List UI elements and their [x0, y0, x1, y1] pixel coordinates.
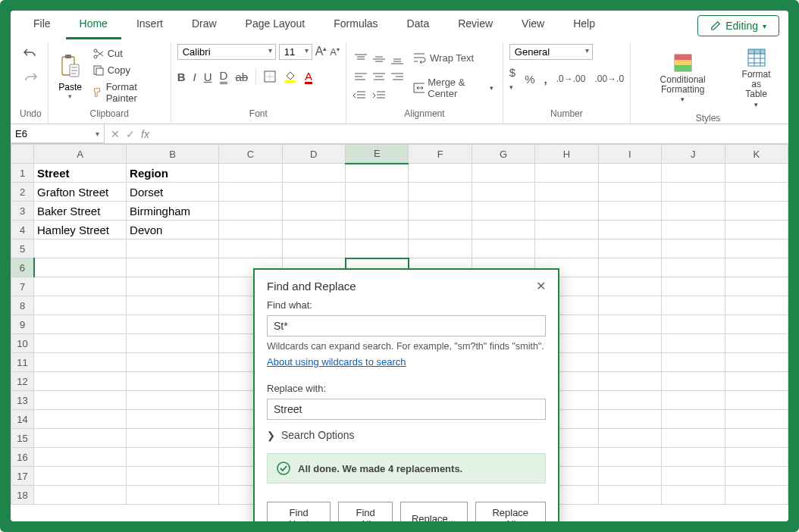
cell-G2[interactable]	[472, 183, 534, 202]
cell-J12[interactable]	[662, 372, 725, 391]
row-header-17[interactable]: 17	[11, 467, 34, 486]
comma-format-button[interactable]: ,	[544, 73, 547, 86]
format-as-table-button[interactable]: Format as Table▾	[733, 44, 779, 111]
cell-I1[interactable]	[598, 164, 661, 183]
cell-C1[interactable]	[219, 164, 282, 183]
cell-B17[interactable]	[127, 467, 219, 486]
column-header-F[interactable]: F	[409, 145, 472, 164]
cell-H5[interactable]	[535, 239, 598, 258]
editing-mode-button[interactable]: Editing ▾	[697, 15, 779, 36]
cell-K15[interactable]	[725, 429, 788, 448]
cell-I4[interactable]	[598, 221, 661, 239]
decrease-decimal-button[interactable]: .00→.0	[594, 74, 624, 84]
tab-data[interactable]: Data	[393, 13, 443, 39]
font-name-dropdown[interactable]: Calibri	[177, 44, 276, 60]
cell-E5[interactable]	[346, 239, 409, 258]
cell-C3[interactable]	[219, 202, 282, 221]
column-header-B[interactable]: B	[127, 145, 219, 164]
name-box[interactable]: E6 ▾	[11, 124, 105, 143]
cell-C4[interactable]	[219, 221, 282, 239]
cell-A7[interactable]	[34, 277, 127, 296]
cell-G5[interactable]	[472, 239, 534, 258]
cell-I15[interactable]	[598, 429, 661, 448]
conditional-formatting-button[interactable]: Conditional Formatting▾	[637, 49, 728, 107]
cell-D5[interactable]	[282, 239, 345, 258]
align-bottom-button[interactable]	[389, 51, 406, 67]
cell-I6[interactable]	[598, 258, 661, 277]
column-header-H[interactable]: H	[535, 145, 598, 164]
cell-K6[interactable]	[725, 258, 788, 277]
cell-G1[interactable]	[472, 164, 534, 183]
cell-A16[interactable]	[34, 448, 127, 467]
cell-K14[interactable]	[725, 410, 788, 429]
align-center-button[interactable]	[371, 69, 387, 86]
cell-A12[interactable]	[34, 372, 127, 391]
align-top-button[interactable]	[352, 51, 369, 67]
column-header-E[interactable]: E	[346, 145, 409, 164]
row-header-6[interactable]: 6	[11, 258, 34, 277]
tab-review[interactable]: Review	[444, 13, 506, 39]
cell-A10[interactable]	[34, 334, 127, 353]
undo-button[interactable]	[20, 44, 41, 62]
fx-icon[interactable]: fx	[141, 128, 149, 140]
cell-K3[interactable]	[725, 202, 788, 221]
cell-K13[interactable]	[725, 391, 788, 410]
paste-button[interactable]: Paste ▾	[55, 52, 86, 100]
cell-B10[interactable]	[127, 334, 219, 353]
cell-J17[interactable]	[662, 467, 725, 486]
tab-help[interactable]: Help	[559, 13, 609, 39]
format-painter-button[interactable]: Format Painter	[91, 80, 164, 105]
double-underline-button[interactable]: D	[220, 69, 228, 84]
select-all-corner[interactable]	[11, 145, 34, 164]
copy-button[interactable]: Copy	[91, 63, 164, 78]
cell-J5[interactable]	[662, 239, 725, 258]
search-options-toggle[interactable]: ❯ Search Options	[267, 424, 546, 446]
font-color-button[interactable]: A	[305, 70, 312, 84]
tab-page-layout[interactable]: Page Layout	[232, 13, 319, 39]
cell-K2[interactable]	[725, 183, 788, 202]
cell-A9[interactable]	[34, 315, 127, 334]
row-header-18[interactable]: 18	[11, 486, 34, 505]
cell-J4[interactable]	[662, 221, 725, 239]
cell-A3[interactable]: Baker Street	[34, 202, 127, 221]
cell-F4[interactable]	[409, 221, 472, 239]
cell-B7[interactable]	[127, 277, 219, 296]
replace-button[interactable]: Replace...	[400, 502, 468, 521]
increase-indent-button[interactable]	[372, 90, 386, 101]
dialog-close-button[interactable]: ✕	[536, 279, 546, 293]
cell-K5[interactable]	[725, 239, 788, 258]
enter-formula-button[interactable]: ✓	[126, 128, 135, 140]
cell-D1[interactable]	[282, 164, 345, 183]
column-header-K[interactable]: K	[725, 145, 788, 164]
cell-C5[interactable]	[219, 239, 282, 258]
cell-K11[interactable]	[725, 353, 788, 372]
row-header-9[interactable]: 9	[11, 315, 34, 334]
cell-B9[interactable]	[127, 315, 219, 334]
formula-input[interactable]	[155, 124, 788, 143]
cell-A17[interactable]	[34, 467, 127, 486]
cell-I10[interactable]	[598, 334, 661, 353]
cell-J16[interactable]	[662, 448, 725, 467]
cell-H1[interactable]	[535, 164, 598, 183]
tab-home[interactable]: Home	[66, 13, 121, 39]
cell-A4[interactable]: Hamley Street	[34, 221, 127, 239]
cell-H4[interactable]	[535, 221, 598, 239]
column-header-C[interactable]: C	[219, 145, 282, 164]
cell-J8[interactable]	[662, 296, 725, 315]
cell-J2[interactable]	[662, 183, 725, 202]
cell-C2[interactable]	[219, 183, 282, 202]
row-header-2[interactable]: 2	[11, 183, 34, 202]
row-header-10[interactable]: 10	[11, 334, 34, 353]
cell-B8[interactable]	[127, 296, 219, 315]
cell-I17[interactable]	[598, 467, 661, 486]
cell-K7[interactable]	[725, 277, 788, 296]
cell-A14[interactable]	[34, 410, 127, 429]
cell-K16[interactable]	[725, 448, 788, 467]
cell-A18[interactable]	[34, 486, 127, 505]
cell-I2[interactable]	[598, 183, 661, 202]
increase-decimal-button[interactable]: .0→.00	[556, 74, 586, 84]
cell-B14[interactable]	[127, 410, 219, 429]
row-header-1[interactable]: 1	[11, 164, 34, 183]
underline-button[interactable]: U	[204, 70, 212, 83]
cell-F2[interactable]	[409, 183, 472, 202]
